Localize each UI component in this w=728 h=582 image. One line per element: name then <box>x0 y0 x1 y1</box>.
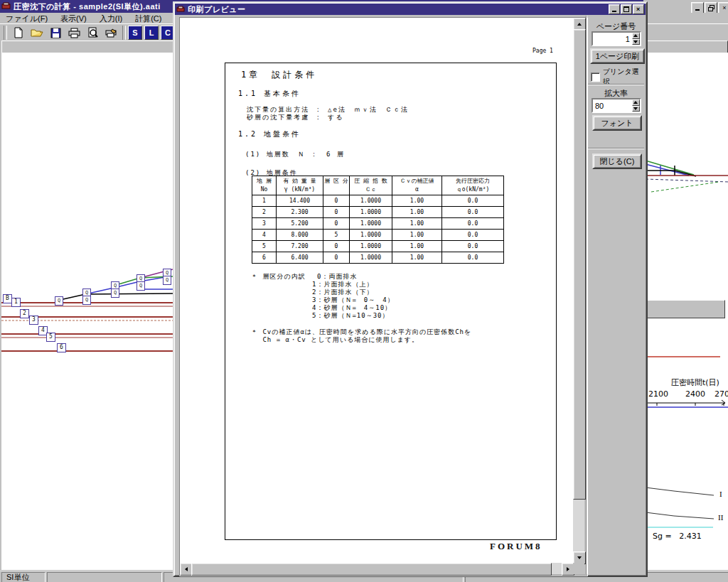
spin-down-icon[interactable] <box>632 39 640 45</box>
spin-up-icon[interactable] <box>632 33 640 39</box>
table-row: 22.30001.00001.000.0 <box>252 207 504 218</box>
table-cell: 1.00 <box>392 195 442 207</box>
panel-divider <box>588 84 644 85</box>
table-cell: 5 <box>252 241 277 252</box>
forum8-logo: FORUM8 <box>490 541 542 552</box>
table-cell: 8.000 <box>277 230 323 241</box>
table-cell: 0.0 <box>442 207 504 218</box>
font-button[interactable]: フォント <box>592 115 642 131</box>
horizontal-scroll-thumb[interactable] <box>191 563 552 576</box>
preview-titlebar[interactable]: 印刷プレビュー × <box>175 4 646 15</box>
note-line: 1：片面排水（上） <box>251 281 395 289</box>
table-cell: 1.0000 <box>350 195 392 207</box>
note-line: Ch = α・Cv として用いる場合に使用します。 <box>251 336 471 344</box>
table-header-cell: 有 効 重 量γ (kN/m³) <box>277 176 323 195</box>
menu-item[interactable]: 計算(C) <box>134 14 163 24</box>
note-cv-correction: ＊ Cvの補正値αは、圧密時間を求める際に水平方向の圧密係数Chを Ch = α… <box>251 328 471 344</box>
doc-sand-consider: 砂層の沈下量考慮 ： する <box>247 113 343 122</box>
status-cell <box>47 572 162 582</box>
table-cell: 5.200 <box>277 218 323 230</box>
load-node-marker: Q <box>55 296 63 306</box>
load-node-marker: Q <box>111 289 119 298</box>
table-row: 57.20001.00001.000.0 <box>252 241 504 252</box>
chart-tick-label: 2400 <box>685 389 705 399</box>
splitter-bar[interactable] <box>646 300 725 318</box>
print-one-page-button[interactable]: 1ページ印刷 <box>590 48 645 64</box>
note-line: 2：片面排水（下） <box>251 289 395 296</box>
table-row: 35.20001.00001.000.0 <box>252 218 504 230</box>
table-cell: 1.00 <box>392 230 442 241</box>
chart-tick-label: 2700 <box>714 389 728 399</box>
table-cell: 1.00 <box>392 218 442 230</box>
document-frame: Page 1 1章 設計条件 1.1 基本条件 沈下量の算出方法 ： △e法 ｍ… <box>179 17 588 576</box>
curve-1-label: I <box>719 490 722 498</box>
page-number-input[interactable] <box>593 33 632 45</box>
page-number-label: Page 1 <box>532 48 553 54</box>
table-cell: 7.200 <box>277 241 323 252</box>
layer-label-2: 2 <box>20 309 29 318</box>
page-setup-icon[interactable] <box>102 24 120 41</box>
close-button[interactable]: 閉じる(C) <box>592 153 642 169</box>
table-cell: 0.0 <box>442 218 504 230</box>
table-header-cell: Ｃｖの補正値α <box>392 176 442 195</box>
doc-chapter-title: 1章 設計条件 <box>241 69 317 81</box>
load-node-marker: Q <box>82 296 91 305</box>
print-preview-icon[interactable] <box>83 24 102 41</box>
print-icon[interactable] <box>65 24 83 41</box>
table-cell: 1.0000 <box>350 241 392 252</box>
mode-button-s[interactable]: S <box>128 26 142 40</box>
table-cell: 14.400 <box>277 195 323 207</box>
table-row: 66.40001.00001.000.0 <box>252 252 504 264</box>
table-cell: 4 <box>252 230 277 241</box>
spin-down-icon[interactable] <box>632 106 640 112</box>
table-cell: 1.00 <box>392 241 442 252</box>
save-icon[interactable] <box>46 24 65 41</box>
table-header-cell: 圧 縮 指 数Ｃｃ <box>350 176 392 195</box>
mode-buttons: SLC <box>128 26 177 40</box>
chart-axis-label: 圧密時間t(日) <box>671 377 719 388</box>
load-node-marker: Q <box>136 281 145 291</box>
preview-window-buttons: × <box>608 4 644 14</box>
minimize-icon[interactable] <box>691 2 704 14</box>
open-file-icon[interactable] <box>28 24 46 41</box>
zoom-input[interactable] <box>593 99 632 112</box>
close-icon[interactable]: × <box>633 4 644 14</box>
restore-icon[interactable] <box>705 2 717 14</box>
vertical-scroll-thumb[interactable] <box>573 29 586 500</box>
menu-item[interactable]: 表示(V) <box>59 14 88 24</box>
table-cell: 3 <box>252 218 277 230</box>
doc-section-2: 1.2 地盤条件 <box>238 129 301 139</box>
table-row: 114.40001.00001.000.0 <box>252 195 504 207</box>
mode-button-l[interactable]: L <box>144 26 159 40</box>
table-cell: 2 <box>252 207 277 218</box>
scrollbar-corner <box>573 563 584 574</box>
note-layer-types: ＊ 層区分の内訳 0：両面排水1：片面排水（上）2：片面排水（下）3：砂層（Ｎ=… <box>251 273 395 320</box>
toolbar-separator <box>4 26 7 40</box>
vertical-scrollbar[interactable] <box>573 18 584 563</box>
horizontal-scrollbar[interactable] <box>180 563 573 574</box>
chart-tick-label: 2100 <box>648 389 668 399</box>
load-node-marker: Q <box>163 276 171 285</box>
page-number-label: ページ番号 <box>587 21 646 32</box>
table-cell: 0.0 <box>442 230 504 241</box>
main-window-title: 圧密沈下の計算 - sample2(SI単位).aati <box>14 1 161 12</box>
layer-label-3: 3 <box>29 316 38 325</box>
table-row: 48.00051.00001.000.0 <box>252 230 504 241</box>
new-file-icon[interactable] <box>9 24 28 41</box>
toolbar-separator <box>122 26 126 40</box>
note-line: 4：砂層（Ｎ= 4～10） <box>251 304 395 312</box>
spin-up-icon[interactable] <box>632 99 640 106</box>
maximize-icon[interactable] <box>621 4 632 14</box>
menu-item[interactable]: ファイル(F) <box>4 14 49 24</box>
results-chart-canvas: 圧密時間t(日) 2100 2400 2700 I II Sg = 2.431 <box>645 53 728 570</box>
note-line: 3：砂層（Ｎ= 0～ 4） <box>251 296 395 304</box>
menu-item[interactable]: 入力(I) <box>98 14 124 24</box>
layer-conditions-table: 地 層No有 効 重 量γ (kN/m³)層 区 分 圧 縮 指 数ＣｃＣｖの補… <box>252 176 504 264</box>
table-cell: 1.00 <box>392 252 442 264</box>
app-icon <box>1 2 11 11</box>
preview-window-icon <box>176 6 186 14</box>
minimize-icon[interactable] <box>609 4 620 14</box>
printer-select-checkbox[interactable] <box>591 72 600 82</box>
table-cell: 1.00 <box>392 207 442 218</box>
close-icon[interactable]: × <box>718 2 728 14</box>
